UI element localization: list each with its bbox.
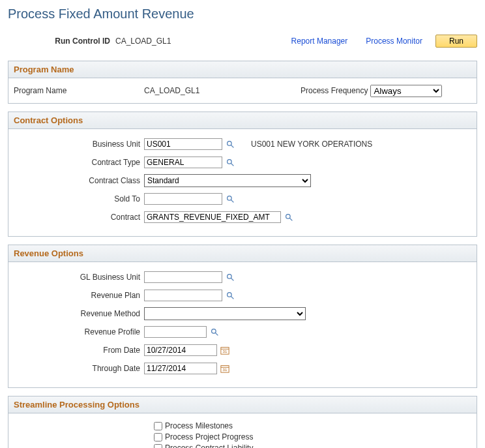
svg-line-1 <box>231 145 233 147</box>
lookup-icon[interactable] <box>225 272 235 282</box>
through-date-label: Through Date <box>14 364 144 373</box>
revenue-options-section: Revenue Options GL Business Unit Revenue… <box>8 245 477 388</box>
from-date-input[interactable] <box>144 344 217 356</box>
svg-line-7 <box>289 218 292 220</box>
process-frequency-label: Process Frequency <box>301 86 368 95</box>
svg-point-8 <box>227 274 231 278</box>
calendar-icon[interactable]: 31 <box>220 363 230 374</box>
sold-to-label: Sold To <box>14 194 144 203</box>
process-contract-liability-label: Process Contract Liability <box>165 443 253 448</box>
gl-business-unit-input[interactable] <box>144 271 222 283</box>
svg-point-4 <box>227 196 231 200</box>
contract-input[interactable] <box>144 211 281 223</box>
from-date-label: From Date <box>14 346 144 355</box>
page-title: Process Fixed Amount Revenue <box>8 7 477 22</box>
revenue-method-label: Revenue Method <box>14 309 144 318</box>
process-frequency-select[interactable]: Always <box>370 85 442 97</box>
contract-class-select[interactable]: Standard <box>144 174 311 187</box>
program-name-label: Program Name <box>14 86 144 95</box>
lookup-icon[interactable] <box>209 327 220 337</box>
contract-options-header: Contract Options <box>8 112 477 129</box>
svg-point-2 <box>227 159 231 164</box>
program-name-value: CA_LOAD_GL1 <box>144 86 199 95</box>
svg-point-12 <box>211 329 216 333</box>
lookup-icon[interactable] <box>225 290 235 301</box>
revenue-plan-label: Revenue Plan <box>14 291 144 300</box>
svg-text:31: 31 <box>223 349 228 353</box>
program-name-section: Program Name Program Name CA_LOAD_GL1 Pr… <box>8 61 477 104</box>
process-project-progress-checkbox[interactable] <box>154 433 162 441</box>
contract-options-section: Contract Options Business Unit US001 NEW… <box>8 112 477 237</box>
lookup-icon[interactable] <box>225 139 235 149</box>
streamline-processing-header: Streamline Processing Options <box>8 396 477 413</box>
process-monitor-link[interactable]: Process Monitor <box>366 37 422 46</box>
run-button[interactable]: Run <box>435 35 477 48</box>
sold-to-input[interactable] <box>144 193 222 205</box>
lookup-icon[interactable] <box>225 157 235 168</box>
svg-line-13 <box>215 333 218 335</box>
revenue-profile-label: Revenue Profile <box>14 327 144 336</box>
process-contract-liability-checkbox[interactable] <box>154 444 162 449</box>
svg-point-6 <box>286 214 290 218</box>
process-milestones-checkbox[interactable] <box>154 422 162 430</box>
calendar-icon[interactable]: 31 <box>220 345 230 355</box>
process-milestones-label: Process Milestones <box>165 421 233 430</box>
process-project-progress-label: Process Project Progress <box>165 432 253 441</box>
business-unit-label: Business Unit <box>14 140 144 149</box>
business-unit-description: US001 NEW YORK OPERATIONS <box>251 140 372 149</box>
svg-line-9 <box>231 278 233 280</box>
svg-line-5 <box>231 200 233 202</box>
run-control-id-value: CA_LOAD_GL1 <box>115 37 171 46</box>
contract-type-label: Contract Type <box>14 158 144 167</box>
lookup-icon[interactable] <box>225 194 235 204</box>
svg-point-0 <box>227 141 231 145</box>
svg-line-3 <box>231 163 233 166</box>
run-control-row: Run Control ID CA_LOAD_GL1 Report Manage… <box>8 35 477 48</box>
svg-point-10 <box>227 292 231 297</box>
program-name-header: Program Name <box>8 61 477 78</box>
gl-business-unit-label: GL Business Unit <box>14 273 144 282</box>
lookup-icon[interactable] <box>284 212 294 222</box>
business-unit-input[interactable] <box>144 138 222 150</box>
revenue-plan-input[interactable] <box>144 290 222 301</box>
revenue-method-select[interactable] <box>144 307 306 320</box>
svg-text:31: 31 <box>223 367 228 372</box>
revenue-profile-input[interactable] <box>144 326 207 338</box>
revenue-options-header: Revenue Options <box>8 245 477 262</box>
through-date-input[interactable] <box>144 363 217 374</box>
report-manager-link[interactable]: Report Manager <box>291 37 348 46</box>
contract-label: Contract <box>14 213 144 222</box>
run-control-id-label: Run Control ID <box>8 37 115 46</box>
contract-class-label: Contract Class <box>14 176 144 185</box>
contract-type-input[interactable] <box>144 157 222 168</box>
svg-line-11 <box>231 296 233 299</box>
streamline-processing-section: Streamline Processing Options Process Mi… <box>8 396 477 448</box>
